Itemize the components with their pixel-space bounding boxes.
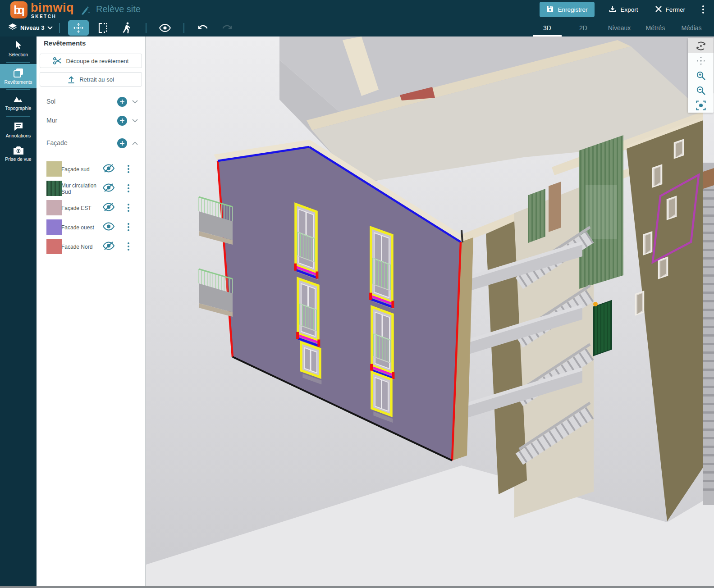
tab-3d[interactable]: 3D xyxy=(529,19,565,36)
expand-mur-button[interactable] xyxy=(130,116,140,126)
move-arrows-icon xyxy=(73,23,84,33)
eye-icon xyxy=(103,222,114,231)
layers-stack-icon xyxy=(8,23,17,32)
orbit-tool-button[interactable] xyxy=(688,38,714,53)
walk-person-icon xyxy=(123,22,132,34)
redo-button[interactable] xyxy=(217,20,238,36)
fit-view-icon xyxy=(696,100,706,110)
facade-color-swatch xyxy=(46,161,62,177)
facade-label: Facade Nord xyxy=(61,237,104,256)
save-icon xyxy=(547,5,554,14)
orbit-icon xyxy=(696,41,706,51)
add-facade-button[interactable] xyxy=(117,138,127,148)
add-sol-button[interactable] xyxy=(117,97,127,107)
add-mur-button[interactable] xyxy=(117,116,127,126)
sidebar-item-selection[interactable]: Sélection xyxy=(0,36,37,61)
eye-off-icon xyxy=(103,183,114,192)
facade-row[interactable]: Facade ouest xyxy=(37,218,146,237)
facade-row[interactable]: Facade Nord xyxy=(37,237,146,256)
facade-label: Façade sud xyxy=(61,160,104,179)
facade-label: Facade ouest xyxy=(61,218,104,237)
collapse-facade-button[interactable] xyxy=(130,138,140,148)
zoom-out-button[interactable] xyxy=(688,83,714,98)
retrait-au-sol-button[interactable]: Retrait au sol xyxy=(40,72,142,87)
sidebar-item-topographie[interactable]: Topographie xyxy=(0,91,37,115)
level-selector[interactable]: Niveau 3 xyxy=(8,23,53,32)
decoupe-revetement-button[interactable]: Découpe de revêtement xyxy=(40,54,142,68)
edit-pencil-icon xyxy=(80,5,90,17)
undo-icon xyxy=(197,24,208,32)
section-sol: Sol xyxy=(37,95,146,109)
app-window: bq bimwiq SKETCH Relève site Enregistrer xyxy=(0,0,714,588)
tab-metres[interactable]: Métrés xyxy=(637,19,673,36)
export-button[interactable]: Export xyxy=(606,5,641,14)
eye-off-icon xyxy=(103,202,114,212)
tab-niveaux[interactable]: Niveaux xyxy=(601,19,637,36)
eye-off-icon xyxy=(103,164,114,173)
camera-icon xyxy=(13,146,24,155)
section-box-icon xyxy=(98,23,108,33)
revetements-panel: Revêtements Découpe de revêtement Retrai… xyxy=(37,36,146,588)
facade-menu-button[interactable] xyxy=(124,163,133,175)
facade-color-swatch xyxy=(46,239,62,254)
toggle-visibility-button[interactable] xyxy=(102,163,115,175)
facade-label: Mur circulation Sud xyxy=(61,179,104,198)
eye-off-icon xyxy=(103,241,114,251)
viewport-3d[interactable] xyxy=(146,36,714,588)
section-tool-button[interactable] xyxy=(92,20,113,36)
fit-view-button[interactable] xyxy=(688,98,714,113)
pan-tool-button[interactable] xyxy=(688,53,714,68)
brand-subtitle: SKETCH xyxy=(31,14,56,19)
visibility-tool-button[interactable] xyxy=(155,20,175,36)
mountain-icon xyxy=(13,95,24,104)
comment-icon xyxy=(14,122,23,132)
tab-2d[interactable]: 2D xyxy=(565,19,601,36)
facade-row[interactable]: Mur circulation Sud xyxy=(37,179,146,198)
tab-medias[interactable]: Médias xyxy=(673,19,709,36)
viewport-nav-toolbar xyxy=(688,38,714,113)
sidebar-item-revetements[interactable]: Revêtements xyxy=(0,64,37,89)
sidebar-item-annotations[interactable]: Annotations xyxy=(0,118,37,142)
panel-title: Revêtements xyxy=(44,39,86,47)
facade-menu-button[interactable] xyxy=(124,182,133,194)
page-title: Relève site xyxy=(96,4,141,14)
door-knob xyxy=(593,302,598,306)
download-icon xyxy=(609,5,616,14)
scene-3d[interactable] xyxy=(146,36,714,588)
facade-color-swatch xyxy=(46,200,62,215)
facade-row[interactable]: Façade sud xyxy=(37,160,146,179)
save-button[interactable]: Enregistrer xyxy=(540,2,595,17)
toggle-visibility-button[interactable] xyxy=(102,202,115,214)
expand-sol-button[interactable] xyxy=(130,97,140,107)
top-bar: bq bimwiq SKETCH Relève site Enregistrer xyxy=(0,0,714,36)
view-tabs: 3D 2D Niveaux Métrés Médias xyxy=(529,19,709,36)
tool-row: Niveau 3 xyxy=(0,19,714,36)
section-mur: Mur xyxy=(37,114,146,128)
sidebar-item-prise-de-vue[interactable]: Prise de vue xyxy=(0,142,37,166)
zoom-out-icon xyxy=(696,86,706,96)
window-bottom-edge xyxy=(0,586,714,588)
close-icon xyxy=(655,6,662,14)
facade-color-swatch xyxy=(46,219,62,235)
undo-button[interactable] xyxy=(192,20,213,36)
facade-row[interactable]: Façade EST xyxy=(37,198,146,218)
toggle-visibility-button[interactable] xyxy=(102,182,115,194)
close-button[interactable]: Fermer xyxy=(653,5,688,14)
toggle-visibility-button[interactable] xyxy=(102,221,115,233)
section-facade: Façade xyxy=(37,137,146,150)
overflow-menu-button[interactable] xyxy=(700,4,707,15)
facade-menu-button[interactable] xyxy=(124,221,133,233)
brand-name: bimwiq xyxy=(31,1,74,15)
facade-menu-button[interactable] xyxy=(124,202,133,214)
pan-icon xyxy=(696,56,706,66)
walk-tool-button[interactable] xyxy=(117,20,137,36)
bimwiq-logo-icon: bq xyxy=(10,1,27,18)
facade-label: Façade EST xyxy=(61,198,104,218)
cursor-icon xyxy=(14,41,23,50)
facade-menu-button[interactable] xyxy=(124,241,133,252)
zoom-in-button[interactable] xyxy=(688,68,714,83)
toggle-visibility-button[interactable] xyxy=(102,241,115,252)
left-sidebar: Sélection Revêtements Topographie Annota… xyxy=(0,36,37,588)
move-tool-button[interactable] xyxy=(68,20,89,36)
green-gate-door[interactable] xyxy=(593,301,612,356)
